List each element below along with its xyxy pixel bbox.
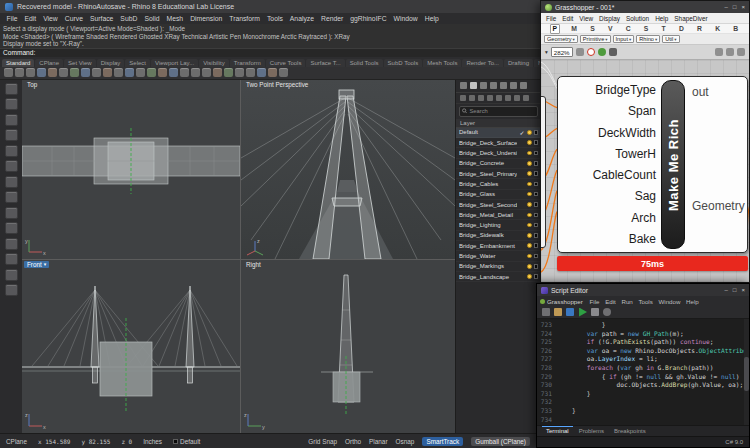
component-tab[interactable]: B <box>731 25 740 33</box>
rhino-menu-item[interactable]: Render <box>318 15 347 22</box>
rhino-menu-item[interactable]: ggRhinoIFC <box>347 15 390 22</box>
save-icon[interactable] <box>26 68 35 77</box>
join-icon[interactable] <box>202 68 211 77</box>
script-editor-menu-item[interactable]: Tools <box>636 298 656 305</box>
grasshopper-canvas[interactable]: BridgeTypeSpanDeckWidthTowerHCableCountS… <box>541 60 749 282</box>
split-icon[interactable] <box>191 68 200 77</box>
toolbar-tab[interactable]: Standard <box>2 59 34 67</box>
layer-dialog-icon[interactable] <box>257 68 266 77</box>
layer-visibility-bulb-icon[interactable] <box>527 233 532 238</box>
rhino-menu-item[interactable]: SubD <box>117 15 141 22</box>
rhino-menu-item[interactable]: Analyze <box>286 15 317 22</box>
status-toggle[interactable]: Grid Snap <box>308 438 337 445</box>
layer-row[interactable]: Bridge_Metal_Detail <box>456 210 541 220</box>
layer-row[interactable]: Bridge_Concrete <box>456 159 541 169</box>
component-input[interactable]: Span <box>558 101 661 122</box>
grasshopper-menu-item[interactable]: ShapeDiver <box>671 15 710 22</box>
paste-icon[interactable] <box>70 68 79 77</box>
rhino-menu-item[interactable]: Tools <box>263 15 286 22</box>
layer-visibility-bulb-icon[interactable] <box>527 254 532 259</box>
preview-mode-icon[interactable] <box>715 48 723 56</box>
open-file-icon[interactable] <box>15 68 24 77</box>
new-file-icon[interactable] <box>4 68 13 77</box>
layer-color-chip[interactable] <box>534 254 539 259</box>
status-toggle[interactable]: Ortho <box>345 438 361 445</box>
object-properties-icon[interactable] <box>268 68 277 77</box>
layer-visibility-bulb-icon[interactable] <box>527 223 532 228</box>
category-dropdown[interactable]: Util <box>662 35 679 43</box>
layer-color-chip[interactable] <box>534 274 539 279</box>
pan-view-icon[interactable] <box>103 68 112 77</box>
component-input[interactable]: TowerH <box>558 144 661 165</box>
component-tab[interactable]: S <box>588 25 597 33</box>
print-icon[interactable] <box>37 68 46 77</box>
canvas-settings-icon[interactable] <box>737 48 745 56</box>
hide-object-icon[interactable] <box>235 68 244 77</box>
category-dropdown[interactable]: Rhino <box>636 35 660 43</box>
layer-color-chip[interactable] <box>534 233 539 238</box>
grasshopper-menu-item[interactable]: Edit <box>559 15 576 22</box>
scale-icon[interactable] <box>158 68 167 77</box>
green-marker-icon[interactable] <box>598 48 606 56</box>
toolbar-tab[interactable]: Render To... <box>462 59 503 67</box>
component-tab[interactable]: C <box>624 25 633 33</box>
circle-tool-icon[interactable] <box>5 129 18 141</box>
grasshopper-menu-item[interactable]: Solution <box>623 15 652 22</box>
status-toggle[interactable]: Osnap <box>396 438 415 445</box>
layer-row[interactable]: Default <box>456 128 541 138</box>
layer-visibility-bulb-icon[interactable] <box>527 202 532 207</box>
script-editor-menu-item[interactable]: Help <box>683 298 701 305</box>
layer-color-chip[interactable] <box>534 223 539 228</box>
layer-visibility-bulb-icon[interactable] <box>527 171 532 176</box>
toolbar-tab[interactable]: Select <box>125 59 150 67</box>
component-input[interactable]: Arch <box>558 208 661 229</box>
zoom-level[interactable]: 282% <box>551 47 573 57</box>
toolbar-tab[interactable]: Viewport Lay... <box>151 59 198 67</box>
viewport-label-perspective[interactable]: Two Point Perspective <box>243 81 311 88</box>
toolbar-tab[interactable]: Visibility <box>199 59 229 67</box>
layer-search[interactable] <box>459 106 538 117</box>
move-tool-icon[interactable] <box>5 284 18 296</box>
surface-tool-icon[interactable] <box>5 176 18 188</box>
rhino-menu-item[interactable]: Transform <box>226 15 264 22</box>
loft-tool-icon[interactable] <box>5 238 18 250</box>
layer-visibility-bulb-icon[interactable] <box>527 151 532 156</box>
rhino-menu-item[interactable]: Curve <box>61 15 86 22</box>
cplane-button[interactable]: CPlane <box>6 438 27 445</box>
category-dropdown[interactable]: Primitive <box>580 35 611 43</box>
layer-row[interactable]: Bridge_Landscape <box>456 272 541 282</box>
component-tab[interactable]: P <box>550 24 561 34</box>
script-editor-menu-item[interactable]: Edit <box>602 298 618 305</box>
layer-color-chip[interactable] <box>534 182 539 187</box>
component-name-capsule[interactable]: Make Me Rich <box>661 80 685 249</box>
materials-panel-icon[interactable] <box>490 82 497 89</box>
toolbar-tab[interactable]: Drafting <box>504 59 533 67</box>
match-properties-icon[interactable] <box>487 95 493 101</box>
toolbar-tab[interactable]: Transform <box>230 59 265 67</box>
component-tab[interactable]: D <box>677 25 686 33</box>
viewport-perspective[interactable]: Two Point Perspective z <box>241 80 455 259</box>
move-layer-up-icon[interactable] <box>496 95 502 101</box>
sketch-tool-icon[interactable] <box>576 48 584 56</box>
layer-visibility-bulb-icon[interactable] <box>527 213 532 218</box>
status-toggle[interactable]: Planar <box>369 438 387 445</box>
layer-color-chip[interactable] <box>534 171 539 176</box>
layer-color-chip[interactable] <box>534 264 539 269</box>
move-layer-down-icon[interactable] <box>505 95 511 101</box>
copy-icon[interactable] <box>59 68 68 77</box>
scrollbar-thumb[interactable] <box>744 357 749 391</box>
grasshopper-menu-item[interactable]: View <box>576 15 596 22</box>
layer-color-chip[interactable] <box>534 243 539 248</box>
new-sublayer-icon[interactable] <box>469 95 475 101</box>
layer-row[interactable]: Bridge_Sidewalk <box>456 231 541 241</box>
rhino-menu-item[interactable]: Help <box>421 15 442 22</box>
toolbar-tab[interactable]: Solid Tools <box>346 59 383 67</box>
rhino-menu-item[interactable]: File <box>3 15 21 22</box>
stop-button[interactable] <box>591 308 599 316</box>
maximize-icon[interactable] <box>733 4 737 11</box>
layer-color-chip[interactable] <box>534 130 539 135</box>
close-icon[interactable] <box>741 4 745 11</box>
arc-tool-icon[interactable] <box>5 145 18 157</box>
lock-object-icon[interactable] <box>246 68 255 77</box>
layer-color-chip[interactable] <box>534 151 539 156</box>
